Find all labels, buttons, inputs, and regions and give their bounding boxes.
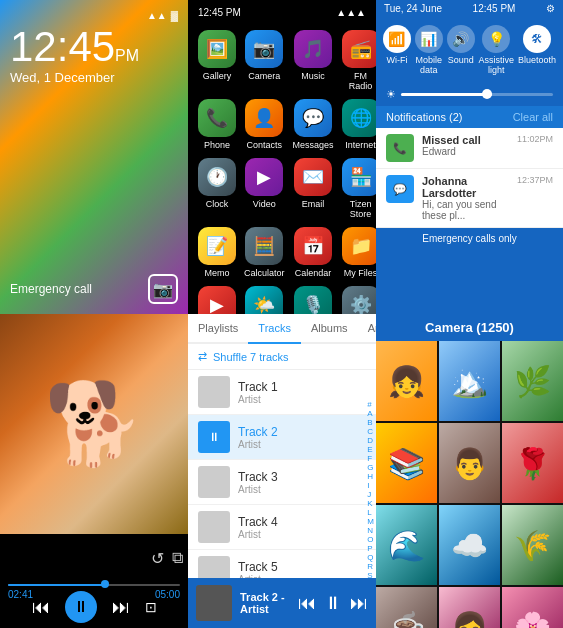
app-my-files[interactable]: 📁My Files	[342, 227, 376, 278]
camera-thumb-sky[interactable]: ☁️	[439, 505, 500, 585]
app-voice-recorder[interactable]: 🎙️Voice Recorder	[293, 286, 334, 314]
tizen-store-icon: 🏪	[342, 158, 376, 196]
video-progress-fill	[8, 584, 103, 586]
brightness-control[interactable]: ☀	[376, 83, 563, 106]
voice-recorder-icon: 🎙️	[294, 286, 332, 314]
app-video[interactable]: ▶Video	[244, 158, 285, 219]
track-list: Track 1 Artist ⏸ Track 2 Artist Track 3 …	[188, 370, 376, 590]
screen-mode-icon[interactable]: ⧉	[172, 549, 183, 568]
quick-wifi[interactable]: 📶 Wi-Fi	[383, 25, 411, 75]
camera-thumb-coffee[interactable]: ☕	[376, 587, 437, 628]
now-playing-title: Track 2 - Artist	[240, 591, 290, 615]
quick-mobile-data[interactable]: 📊 Mobiledata	[415, 25, 443, 75]
camera-thumb-grass[interactable]: 🌾	[502, 505, 563, 585]
camera-icon: 📷	[245, 30, 283, 68]
video-progress-bar[interactable]	[8, 584, 180, 586]
track-item-4[interactable]: Track 4 Artist	[188, 505, 376, 550]
video-prev-button[interactable]: ⏮	[32, 597, 50, 618]
music-player: Playlists Tracks Albums Arti ⇄ Shuffle 7…	[188, 314, 376, 628]
brightness-bar[interactable]	[401, 93, 553, 96]
camera-thumb-snow[interactable]: 🏔️ ▶	[439, 341, 500, 421]
emergency-call-label[interactable]: Emergency call	[10, 282, 92, 296]
email-icon: ✉️	[294, 158, 332, 196]
app-memo[interactable]: 📝Memo	[198, 227, 236, 278]
video-overlay-controls: ↺ ⧉	[0, 544, 188, 573]
app-email[interactable]: ✉️Email	[293, 158, 334, 219]
tab-artists[interactable]: Arti	[358, 314, 376, 342]
camera-thumb-flowers[interactable]: 🌹	[502, 423, 563, 503]
now-prev-button[interactable]: ⏮	[298, 593, 316, 614]
app-messages[interactable]: 💬Messages	[293, 99, 334, 150]
app-internet[interactable]: 🌐Internet	[342, 99, 376, 150]
camera-thumb-child[interactable]: 👧	[376, 341, 437, 421]
sound-label: Sound	[448, 55, 474, 65]
app-calculator[interactable]: 🧮Calculator	[244, 227, 285, 278]
memo-icon: 📝	[198, 227, 236, 265]
app-gallery[interactable]: 🖼️Gallery	[198, 30, 236, 91]
lock-pm: PM	[115, 47, 139, 64]
video-next-button[interactable]: ⏭	[112, 597, 130, 618]
camera-gallery: Camera (1250) 👧 🏔️ ▶ 🌿 📚 👨 🌹 🌊 ☁️ 🌾 ☕ 👩 …	[376, 314, 563, 628]
shuffle-button[interactable]: ⇄ Shuffle 7 tracks	[188, 344, 376, 370]
lock-camera-icon[interactable]: 📷	[148, 274, 178, 304]
now-play-button[interactable]: ⏸	[324, 593, 342, 614]
notif-settings-icon[interactable]: ⚙	[546, 3, 555, 14]
video-progress-container[interactable]	[0, 584, 188, 586]
app-clock[interactable]: 🕐Clock	[198, 158, 236, 219]
camera-thumb-extra[interactable]: 🌸	[502, 587, 563, 628]
video-thumbnail: 🐕	[0, 314, 188, 534]
clear-all-button[interactable]: Clear all	[513, 111, 553, 123]
track-3-artist: Artist	[238, 484, 366, 495]
app-youtube[interactable]: ▶Youtube	[198, 286, 236, 314]
camera-thumb-books[interactable]: 📚	[376, 423, 437, 503]
app-video-label: Video	[253, 199, 276, 209]
calculator-icon: 🧮	[245, 227, 283, 265]
app-calendar[interactable]: 📅Calendar	[293, 227, 334, 278]
now-playing-thumbnail	[196, 585, 232, 621]
app-tizen-store[interactable]: 🏪Tizen Store	[342, 158, 376, 219]
video-play-button[interactable]: ⏸	[65, 591, 97, 623]
app-phone[interactable]: 📞Phone	[198, 99, 236, 150]
assistive-light-label: Assistivelight	[479, 55, 515, 75]
camera-thumb-person[interactable]: 👨	[439, 423, 500, 503]
track-item-3[interactable]: Track 3 Artist	[188, 460, 376, 505]
app-myfiles-label: My Files	[344, 268, 376, 278]
app-memo-label: Memo	[204, 268, 229, 278]
notification-missed-call[interactable]: 📞 Missed call Edward 11:02PM	[376, 128, 563, 169]
notification-panel: Tue, 24 June 12:45 PM ⚙ 📶 Wi-Fi 📊 Mobile…	[376, 0, 563, 314]
video-screen-button[interactable]: ⊡	[145, 599, 157, 615]
track-item-1[interactable]: Track 1 Artist	[188, 370, 376, 415]
track-5-name: Track 5	[238, 560, 366, 574]
app-camera[interactable]: 📷Camera	[244, 30, 285, 91]
apps-status-icons: ▲▲▲	[336, 7, 366, 18]
app-music[interactable]: 🎵Music	[293, 30, 334, 91]
now-playing-controls: ⏮ ⏸ ⏭	[298, 593, 368, 614]
video-icon: ▶	[245, 158, 283, 196]
track-1-name: Track 1	[238, 380, 366, 394]
tab-tracks[interactable]: Tracks	[248, 314, 301, 344]
camera-thumb-mountain[interactable]: 🌿	[502, 341, 563, 421]
track-item-2[interactable]: ⏸ Track 2 Artist	[188, 415, 376, 460]
missed-call-info: Missed call Edward	[422, 134, 481, 157]
app-contacts[interactable]: 👤Contacts	[244, 99, 285, 150]
app-music-label: Music	[301, 71, 325, 81]
app-settings[interactable]: ⚙️Settings	[342, 286, 376, 314]
camera-header: Camera (1250)	[376, 314, 563, 341]
tab-playlists[interactable]: Playlists	[188, 314, 248, 342]
app-camera-label: Camera	[248, 71, 280, 81]
camera-thumb-portrait[interactable]: 👩	[439, 587, 500, 628]
bluetooth-label: Bluetooth	[518, 55, 556, 65]
tab-albums[interactable]: Albums	[301, 314, 358, 342]
app-fm-radio[interactable]: 📻FM Radio	[342, 30, 376, 91]
camera-thumb-lake[interactable]: 🌊	[376, 505, 437, 585]
message-icon: 💬	[386, 175, 414, 203]
quick-sound[interactable]: 🔊 Sound	[447, 25, 475, 75]
quick-assistive-light[interactable]: 💡 Assistivelight	[479, 25, 515, 75]
replay-icon[interactable]: ↺	[151, 549, 164, 568]
notification-message[interactable]: 💬 Johanna Larsdotter Hi, can you send th…	[376, 169, 563, 228]
app-weather[interactable]: 🌤️Weather	[244, 286, 285, 314]
weather-icon: 🌤️	[245, 286, 283, 314]
quick-bluetooth[interactable]: 🛠 Bluetooth	[518, 25, 556, 75]
now-next-button[interactable]: ⏭	[350, 593, 368, 614]
app-clock-label: Clock	[206, 199, 229, 209]
